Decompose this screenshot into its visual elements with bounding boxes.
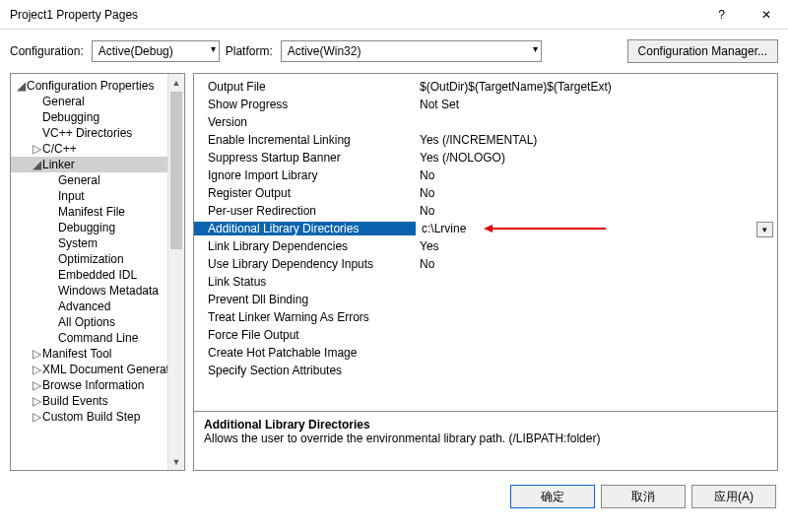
property-row[interactable]: Force File Output (194, 326, 777, 344)
tree-item[interactable]: Windows Metadata (11, 283, 184, 299)
property-label: Link Status (194, 275, 416, 289)
window-title: Project1 Property Pages (10, 8, 699, 22)
tree-item[interactable]: All Options (11, 314, 184, 330)
tree-label: Custom Build Step (42, 410, 140, 424)
property-edit-input[interactable] (420, 221, 474, 236)
property-row[interactable]: Link Status (194, 273, 777, 291)
property-value[interactable]: No (416, 204, 777, 218)
tree-label: C/C++ (42, 142, 77, 156)
tree-item[interactable]: Optimization (11, 251, 184, 267)
scroll-thumb[interactable] (170, 92, 182, 249)
tree-label: All Options (58, 315, 115, 329)
configuration-manager-button[interactable]: Configuration Manager... (627, 39, 778, 63)
property-label: Specify Section Attributes (194, 364, 416, 377)
tree-item[interactable]: Debugging (11, 220, 184, 235)
tree-label: System (58, 236, 98, 250)
annotation-arrow (484, 225, 606, 233)
collapsed-icon[interactable]: ▷ (31, 347, 42, 361)
tree-item[interactable]: ▷Browse Information (11, 377, 184, 393)
tree-scrollbar[interactable]: ▲ ▼ (167, 74, 184, 470)
tree-item[interactable]: Embedded IDL (11, 267, 184, 283)
property-value[interactable]: ▾ (416, 221, 777, 236)
property-value[interactable]: $(OutDir)$(TargetName)$(TargetExt) (416, 80, 777, 94)
tree-item[interactable]: System (11, 235, 184, 251)
property-value[interactable]: No (416, 186, 777, 200)
configuration-combo[interactable]: ▾ (92, 40, 220, 62)
tree-label: Advanced (58, 299, 110, 313)
tree-item[interactable]: Input (11, 188, 184, 204)
property-row[interactable]: Specify Section Attributes (194, 362, 777, 379)
property-row[interactable]: Version (194, 113, 777, 131)
tree-item[interactable]: General (11, 94, 184, 109)
description-title: Additional Library Directories (204, 418, 767, 432)
property-value[interactable]: Not Set (416, 98, 777, 111)
description-box: Additional Library Directories Allows th… (194, 411, 777, 470)
collapsed-icon[interactable]: ▷ (31, 142, 42, 156)
tree-label: Input (58, 189, 85, 203)
tree-item[interactable]: Debugging (11, 109, 184, 125)
help-button[interactable]: ? (699, 0, 744, 30)
ok-button[interactable]: 确定 (510, 485, 595, 508)
collapsed-icon[interactable]: ▷ (31, 410, 42, 424)
scroll-up-icon[interactable]: ▲ (168, 74, 184, 91)
dialog-buttons: 确定 取消 应用(A) (0, 477, 788, 508)
tree-label: Windows Metadata (58, 284, 159, 298)
description-text: Allows the user to override the environm… (204, 432, 767, 445)
tree-item[interactable]: ▷Custom Build Step (11, 409, 184, 425)
property-label: Additional Library Directories (194, 222, 416, 235)
close-button[interactable]: ✕ (744, 0, 788, 30)
expanded-icon[interactable]: ◢ (31, 158, 42, 171)
property-row[interactable]: Per-user RedirectionNo (194, 202, 777, 220)
property-value[interactable]: No (416, 168, 777, 182)
property-label: Force File Output (194, 328, 416, 342)
property-row[interactable]: Ignore Import LibraryNo (194, 166, 777, 184)
platform-value[interactable] (281, 40, 542, 62)
configuration-label: Configuration: (10, 44, 86, 58)
property-row[interactable]: Link Library DependenciesYes (194, 237, 777, 255)
scroll-down-icon[interactable]: ▼ (168, 453, 184, 470)
tree-item[interactable]: ▷Build Events (11, 393, 184, 409)
tree-label: XML Document Generator (42, 363, 180, 376)
property-row[interactable]: Create Hot Patchable Image (194, 344, 777, 362)
property-row[interactable]: Prevent Dll Binding (194, 291, 777, 308)
tree-item[interactable]: General (11, 172, 184, 188)
property-label: Per-user Redirection (194, 204, 416, 218)
collapsed-icon[interactable]: ▷ (31, 378, 42, 392)
property-row[interactable]: Enable Incremental LinkingYes (/INCREMEN… (194, 131, 777, 149)
property-row[interactable]: Additional Library Directories▾ (194, 220, 777, 237)
tree-item[interactable]: ▷Manifest Tool (11, 346, 184, 362)
property-row[interactable]: Suppress Startup BannerYes (/NOLOGO) (194, 149, 777, 166)
property-label: Version (194, 115, 416, 129)
tree-item[interactable]: Manifest File (11, 204, 184, 220)
tree-label: Configuration Properties (27, 79, 154, 93)
property-label: Prevent Dll Binding (194, 293, 416, 306)
property-row[interactable]: Output File$(OutDir)$(TargetName)$(Targe… (194, 78, 777, 96)
tree-item[interactable]: Advanced (11, 299, 184, 314)
tree-root[interactable]: ◢Configuration Properties (11, 78, 184, 94)
property-value[interactable]: Yes (/NOLOGO) (416, 151, 777, 165)
tree-label: General (58, 173, 100, 187)
titlebar: Project1 Property Pages ? ✕ (0, 0, 788, 30)
property-value[interactable]: Yes (/INCREMENTAL) (416, 133, 777, 147)
tree-item[interactable]: ▷XML Document Generator (11, 362, 184, 377)
property-row[interactable]: Register OutputNo (194, 184, 777, 202)
tree-item[interactable]: VC++ Directories (11, 125, 184, 141)
collapsed-icon[interactable]: ▷ (31, 363, 42, 376)
configuration-value[interactable] (92, 40, 220, 62)
expanded-icon[interactable]: ◢ (15, 79, 27, 93)
property-row[interactable]: Use Library Dependency InputsNo (194, 255, 777, 273)
dropdown-icon[interactable]: ▾ (756, 222, 773, 237)
tree-cpp[interactable]: ▷C/C++ (11, 141, 184, 157)
property-value[interactable]: No (416, 257, 777, 271)
property-label: Create Hot Patchable Image (194, 346, 416, 360)
property-row[interactable]: Show ProgressNot Set (194, 96, 777, 113)
platform-combo[interactable]: ▾ (281, 40, 542, 62)
apply-button[interactable]: 应用(A) (691, 485, 776, 508)
tree-label: General (42, 95, 85, 108)
tree-linker[interactable]: ◢Linker (11, 157, 184, 172)
collapsed-icon[interactable]: ▷ (31, 394, 42, 408)
cancel-button[interactable]: 取消 (601, 485, 686, 508)
property-row[interactable]: Treat Linker Warning As Errors (194, 308, 777, 326)
property-value[interactable]: Yes (416, 239, 777, 253)
tree-item[interactable]: Command Line (11, 330, 184, 346)
